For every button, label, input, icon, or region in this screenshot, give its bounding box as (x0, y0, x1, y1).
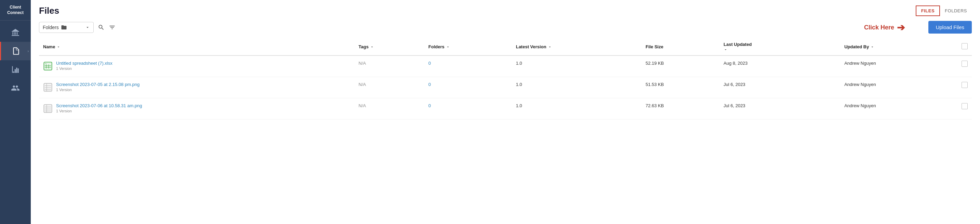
col-header-select (958, 38, 972, 56)
sidebar-item-files[interactable]: › (0, 42, 31, 60)
table-row: Screenshot 2023-07-05 at 2.15.08 pm.png … (39, 77, 972, 98)
sidebar-item-dashboard[interactable] (0, 23, 31, 42)
image-file-icon (43, 83, 52, 92)
file-name-link[interactable]: Screenshot 2023-07-06 at 10.58.31 am.png (56, 103, 142, 108)
file-size-cell: 51.53 KB (641, 77, 719, 98)
sort-icon-name (56, 45, 60, 49)
search-icon (98, 24, 105, 31)
file-version-label: 1 Version (56, 66, 113, 70)
file-last-updated-cell: Jul 6, 2023 (719, 98, 840, 120)
file-type-icon (43, 104, 52, 114)
chevron-right-icon: › (28, 49, 29, 53)
file-checkbox[interactable] (961, 103, 968, 109)
file-type-icon (43, 83, 52, 93)
toolbar: Folders Click Here ➔ (31, 16, 980, 38)
app-logo: Client Connect (0, 0, 31, 21)
users-icon (11, 83, 20, 93)
col-header-latest-version[interactable]: Latest Version (512, 38, 641, 56)
main-content: Files FILES FOLDERS Folders (31, 0, 980, 224)
sort-icon-folders (446, 45, 450, 49)
file-name-link[interactable]: Screenshot 2023-07-05 at 2.15.08 pm.png (56, 82, 140, 87)
file-select-cell[interactable] (958, 98, 972, 120)
col-header-name[interactable]: Name (39, 38, 355, 56)
upload-files-button[interactable]: Upload Files (928, 21, 972, 34)
sort-icon-tags (370, 45, 374, 49)
file-folders-cell[interactable]: 0 (424, 77, 512, 98)
page-header: Files FILES FOLDERS (31, 0, 980, 16)
tab-files[interactable]: FILES (916, 5, 940, 16)
app-name: Client Connect (7, 5, 24, 15)
table-row: xlsx Untitled spreadsheet (7).xlsx 1 Ver… (39, 56, 972, 77)
image-file-icon (43, 104, 52, 114)
files-table-wrapper: Name Tags Folders (31, 38, 980, 224)
file-folders-cell[interactable]: 0 (424, 56, 512, 77)
header-tabs: FILES FOLDERS (916, 5, 972, 16)
file-last-updated-cell: Aug 8, 2023 (719, 56, 840, 77)
file-updated-by-cell: Andrew Nguyen (840, 77, 958, 98)
file-updated-by-cell: Andrew Nguyen (840, 98, 958, 120)
file-version-label: 1 Version (56, 109, 142, 113)
filter-icon-button[interactable] (109, 24, 116, 31)
col-header-last-updated[interactable]: Last Updated (719, 38, 840, 56)
col-header-file-size: File Size (641, 38, 719, 56)
toolbar-left: Folders (39, 22, 116, 33)
tab-folders[interactable]: FOLDERS (940, 6, 972, 15)
sort-icon-last-updated (724, 48, 728, 52)
folder-label: Folders (43, 25, 59, 30)
arrow-right-icon: ➔ (897, 22, 905, 33)
sort-icon-updated-by (870, 45, 874, 49)
folder-dropdown[interactable]: Folders (39, 22, 94, 33)
file-version-label: 1 Version (56, 88, 140, 92)
file-checkbox[interactable] (961, 61, 968, 67)
file-select-cell[interactable] (958, 56, 972, 77)
sort-icon-version (548, 45, 552, 49)
file-tags-cell: N/A (355, 77, 424, 98)
col-sort-name: Name (43, 44, 60, 49)
select-all-checkbox[interactable] (961, 43, 968, 49)
sidebar-item-reports[interactable] (0, 60, 31, 79)
page-title: Files (39, 5, 59, 16)
click-here-annotation: Click Here ➔ (864, 22, 905, 33)
file-name-link[interactable]: Untitled spreadsheet (7).xlsx (56, 61, 113, 66)
sidebar-nav: › (0, 21, 31, 97)
reports-icon (11, 65, 20, 74)
bank-icon (11, 28, 20, 37)
col-header-updated-by[interactable]: Updated By (840, 38, 958, 56)
files-icon (12, 46, 21, 56)
file-size-cell: 52.19 KB (641, 56, 719, 77)
file-version-cell: 1.0 (512, 98, 641, 120)
svg-text:xlsx: xlsx (45, 63, 47, 64)
file-last-updated-cell: Jul 6, 2023 (719, 77, 840, 98)
file-name-cell: Screenshot 2023-07-05 at 2.15.08 pm.png … (39, 77, 355, 98)
file-tags-cell: N/A (355, 98, 424, 120)
sidebar-item-users[interactable] (0, 79, 31, 97)
file-type-icon: xlsx (43, 61, 52, 72)
svg-rect-13 (44, 104, 52, 112)
file-size-cell: 72.63 KB (641, 98, 719, 120)
files-table: Name Tags Folders (39, 38, 972, 120)
file-updated-by-cell: Andrew Nguyen (840, 56, 958, 77)
spreadsheet-file-icon: xlsx (43, 61, 52, 71)
table-row: Screenshot 2023-07-06 at 10.58.31 am.png… (39, 98, 972, 120)
click-here-text: Click Here (864, 24, 894, 31)
file-version-cell: 1.0 (512, 77, 641, 98)
file-checkbox[interactable] (961, 82, 968, 88)
file-tags-cell: N/A (355, 56, 424, 77)
sidebar: Client Connect › (0, 0, 31, 224)
file-name-cell: Screenshot 2023-07-06 at 10.58.31 am.png… (39, 98, 355, 120)
file-folders-cell[interactable]: 0 (424, 98, 512, 120)
svg-rect-7 (44, 83, 52, 91)
folder-icon (61, 24, 67, 30)
file-version-cell: 1.0 (512, 56, 641, 77)
search-icon-button[interactable] (98, 24, 105, 31)
filter-icon (109, 24, 116, 31)
file-select-cell[interactable] (958, 77, 972, 98)
col-header-tags[interactable]: Tags (355, 38, 424, 56)
col-header-folders[interactable]: Folders (424, 38, 512, 56)
chevron-down-icon (85, 25, 90, 30)
file-name-cell: xlsx Untitled spreadsheet (7).xlsx 1 Ver… (39, 56, 355, 77)
